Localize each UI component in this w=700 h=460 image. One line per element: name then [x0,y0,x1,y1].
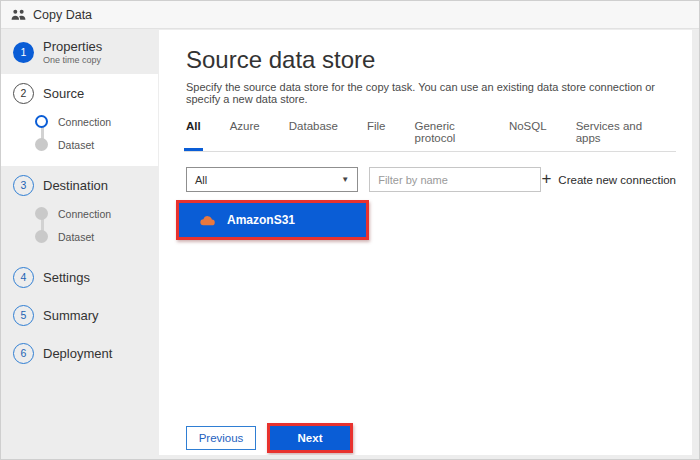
step-section-settings: 4 Settings [1,258,158,296]
step-destination-circle: 3 [13,175,34,196]
step-source-label: Source [43,86,84,101]
wizard-footer: Previous Next [186,423,353,453]
step-deployment-label: Deployment [43,346,112,361]
destination-substeps: Connection Dataset [1,200,158,254]
annotation-box-next: Next [267,423,353,453]
chevron-down-icon: ▼ [341,175,349,184]
type-filter-value: All [195,174,207,186]
step-source-circle: 2 [13,83,34,104]
create-new-connection-button[interactable]: + Create new connection [541,172,676,187]
substep-dataset-label: Dataset [58,139,94,151]
copy-data-icon [11,9,26,21]
step-summary-label: Summary [43,308,99,323]
step-properties-sublabel: One time copy [43,55,102,65]
step-properties[interactable]: 1 Properties One time copy [1,34,158,70]
tab-all[interactable]: All [184,120,203,151]
connection-list: AmazonS31 [176,200,692,240]
plus-icon: + [541,170,551,187]
annotation-box-connection: AmazonS31 [176,200,369,240]
substep-destination-dataset[interactable]: Dataset [1,225,158,248]
substep-destination-connection-label: Connection [58,208,111,220]
step-properties-label: Properties [43,39,102,54]
step-settings-circle: 4 [13,267,34,288]
wizard-sidebar: 1 Properties One time copy 2 Source Conn… [1,30,158,459]
connection-list-item-amazons31[interactable]: AmazonS31 [179,203,366,237]
step-settings-label: Settings [43,270,90,285]
step-summary-circle: 5 [13,305,34,326]
step-properties-circle: 1 [13,42,34,63]
step-section-destination: 3 Destination Connection Dataset [1,166,158,258]
window-title: Copy Data [33,8,92,22]
filter-controls: All ▼ + Create new connection [186,167,676,192]
source-substeps: Connection Dataset [1,108,158,162]
substep-connection-label: Connection [58,116,111,128]
step-summary[interactable]: 5 Summary [1,300,158,330]
tab-services-and-apps[interactable]: Services and apps [574,120,651,151]
page-description: Specify the source data store for the co… [186,81,676,105]
substep-destination-connection-dot [35,207,48,220]
amazon-s3-icon [199,215,216,226]
substep-destination-connection[interactable]: Connection [1,202,158,225]
copy-data-window: Copy Data 1 Properties One time copy 2 S… [0,0,700,460]
connection-name: AmazonS31 [227,213,295,227]
substep-destination-dataset-label: Dataset [58,231,94,243]
tab-azure[interactable]: Azure [228,120,262,151]
tab-file[interactable]: File [365,120,388,151]
tab-generic-protocol[interactable]: Generic protocol [413,120,482,151]
step-destination-label: Destination [43,178,108,193]
step-destination[interactable]: 3 Destination [1,170,158,200]
step-section-summary: 5 Summary [1,296,158,334]
previous-button[interactable]: Previous [186,426,256,450]
step-section-deployment: 6 Deployment [1,334,158,372]
substep-dataset-dot [35,138,48,151]
category-tabs: All Azure Database File Generic protocol… [184,120,676,152]
tab-nosql[interactable]: NoSQL [507,120,549,151]
page-title: Source data store [186,46,692,74]
step-section-properties: 1 Properties One time copy [1,30,158,74]
name-filter-input[interactable] [369,167,541,192]
window-header: Copy Data [1,1,699,29]
type-filter-dropdown[interactable]: All ▼ [186,167,358,192]
substep-source-dataset[interactable]: Dataset [1,133,158,156]
main-panel: Source data store Specify the source dat… [159,30,692,455]
step-deployment-circle: 6 [13,343,34,364]
tab-database[interactable]: Database [287,120,340,151]
create-new-connection-label: Create new connection [558,174,676,186]
substep-destination-dataset-dot [35,230,48,243]
substep-source-connection[interactable]: Connection [1,110,158,133]
step-settings[interactable]: 4 Settings [1,262,158,292]
step-source[interactable]: 2 Source [1,78,158,108]
step-section-source: 2 Source Connection Dataset [1,74,158,166]
next-button[interactable]: Next [270,426,350,450]
step-deployment[interactable]: 6 Deployment [1,338,158,368]
substep-connection-dot [35,115,48,128]
